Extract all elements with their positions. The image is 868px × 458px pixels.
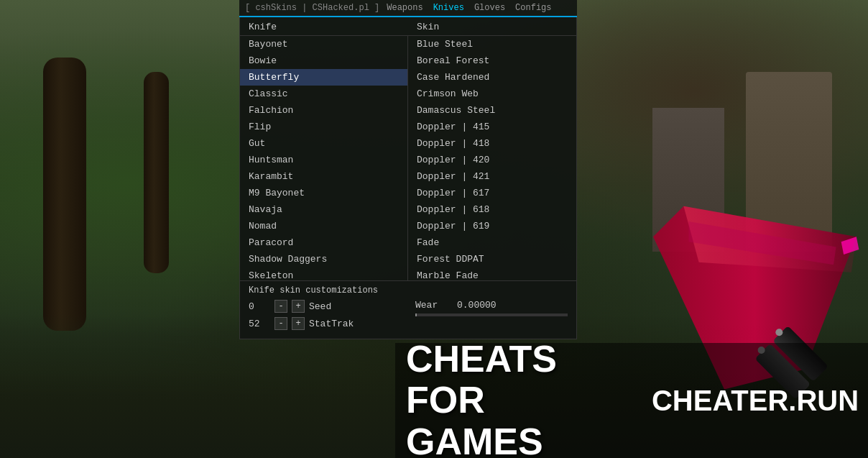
wear-row: Wear 0.00000 (415, 300, 568, 311)
watermark: FREE CHEATS FOR GAMES DOWNLOAD CHEATER.R… (395, 343, 868, 458)
stattrak-minus-button[interactable]: - (274, 317, 287, 330)
column-headers: Knife Skin (240, 17, 576, 36)
list-item[interactable]: Doppler | 420 (408, 152, 576, 168)
right-controls: Wear 0.00000 (401, 300, 568, 334)
stattrak-value: 52 (249, 319, 270, 329)
list-item[interactable]: Blue Steel (408, 36, 576, 52)
list-item[interactable]: Crimson Web (408, 86, 576, 102)
list-item[interactable]: Doppler | 415 (408, 119, 576, 135)
seed-value: 0 (249, 301, 270, 312)
tab-gloves[interactable]: Gloves (471, 1, 508, 14)
list-item[interactable]: Bowie (240, 52, 407, 69)
list-item[interactable]: Doppler | 618 (408, 201, 576, 218)
wear-bar[interactable] (415, 313, 568, 316)
seed-row: 0 - + Seed (249, 300, 401, 313)
list-item[interactable]: Karambit (240, 168, 407, 185)
customization-panel: Knife skin customizations 0 - + Seed 52 … (240, 280, 576, 339)
list-item[interactable]: Fade (408, 234, 576, 251)
left-controls: 0 - + Seed 52 - + StatTrak (249, 300, 401, 334)
customization-title: Knife skin customizations (249, 285, 568, 296)
list-item[interactable]: Navaja (240, 201, 407, 218)
knife-col-header: Knife (240, 22, 408, 32)
list-item[interactable]: Doppler | 418 (408, 135, 576, 152)
list-item[interactable]: Butterfly (240, 69, 407, 86)
list-item[interactable]: Nomad (240, 218, 407, 234)
list-item[interactable]: Paracord (240, 234, 407, 251)
stattrak-row: 52 - + StatTrak (249, 317, 401, 330)
main-panel: [ cshSkins | CSHacked.pl ] Weapons Knive… (239, 0, 577, 339)
list-item[interactable]: Damascus Steel (408, 102, 576, 119)
knife-list[interactable]: Bayonet Bowie Butterfly Classic Falchion… (240, 36, 408, 280)
list-item[interactable]: Classic (240, 86, 407, 102)
skin-list[interactable]: Blue Steel Boreal Forest Case Hardened C… (408, 36, 576, 280)
watermark-text: FREE CHEATS FOR GAMES DOWNLOAD (406, 343, 630, 458)
tab-knives[interactable]: Knives (430, 1, 467, 14)
list-item[interactable]: Doppler | 617 (408, 185, 576, 201)
list-item[interactable]: Skeleton (240, 267, 407, 280)
stattrak-label: StatTrak (309, 319, 354, 329)
list-item[interactable]: Gut (240, 135, 407, 152)
list-item[interactable]: Huntsman (240, 152, 407, 168)
tree-trunk-right (144, 72, 169, 273)
skin-col-header: Skin (408, 22, 576, 32)
seed-minus-button[interactable]: - (274, 300, 287, 313)
wear-bar-fill (415, 313, 417, 316)
nav-bar: [ cshSkins | CSHacked.pl ] Weapons Knive… (239, 0, 577, 17)
app-title: [ cshSkins | CSHacked.pl ] (245, 3, 379, 13)
list-item[interactable]: Shadow Daggers (240, 251, 407, 267)
wear-value: 0.00000 (457, 300, 497, 311)
lists-container: Bayonet Bowie Butterfly Classic Falchion… (240, 36, 576, 280)
list-item[interactable]: Marble Fade (408, 267, 576, 280)
list-item[interactable]: Doppler | 619 (408, 218, 576, 234)
wear-label: Wear (415, 300, 451, 311)
stattrak-plus-button[interactable]: + (292, 317, 305, 330)
list-item[interactable]: M9 Bayonet (240, 185, 407, 201)
tab-weapons[interactable]: Weapons (384, 1, 425, 14)
tree-trunk-left (43, 58, 86, 331)
watermark-site: CHEATER.RUN (652, 385, 859, 417)
list-item[interactable]: Case Hardened (408, 69, 576, 86)
seed-plus-button[interactable]: + (292, 300, 305, 313)
tab-configs[interactable]: Configs (512, 1, 554, 14)
list-item[interactable]: Falchion (240, 102, 407, 119)
customization-content: 0 - + Seed 52 - + StatTrak Wear (249, 300, 568, 334)
list-item[interactable]: Flip (240, 119, 407, 135)
list-item[interactable]: Boreal Forest (408, 52, 576, 69)
list-item[interactable]: Bayonet (240, 36, 407, 52)
list-item[interactable]: Forest DDPAT (408, 251, 576, 267)
seed-label: Seed (309, 301, 331, 312)
list-item[interactable]: Doppler | 421 (408, 168, 576, 185)
content-area: Knife Skin Bayonet Bowie Butterfly Class… (239, 17, 577, 339)
